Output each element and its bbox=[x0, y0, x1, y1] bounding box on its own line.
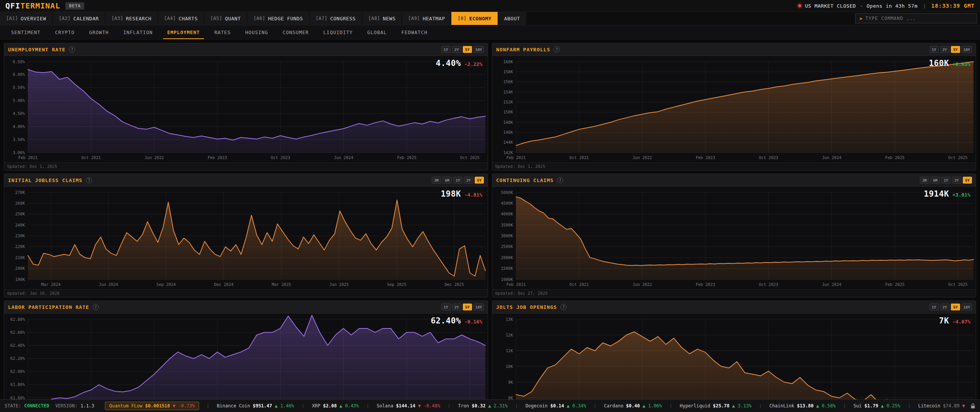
help-icon[interactable]: ? bbox=[560, 304, 567, 310]
chart-canvas-jolts-job-openings[interactable]: 13K12K11K10K9K8K bbox=[492, 314, 976, 412]
nav-item-hedge-funds[interactable]: [A6]HEDGE FUNDS bbox=[247, 12, 310, 25]
range-button-2y[interactable]: 2Y bbox=[452, 46, 461, 53]
chart-area[interactable]: 62.80%62.60%62.40%62.20%62.00%61.80%61.6… bbox=[4, 314, 488, 412]
nav-item-quant[interactable]: [A5]QUANT bbox=[204, 12, 247, 25]
range-button-5y[interactable]: 5Y bbox=[463, 304, 472, 310]
range-button-5y[interactable]: 5Y bbox=[475, 177, 484, 184]
nav-item-about[interactable]: ABOUT bbox=[498, 12, 527, 25]
subnav-tab-global[interactable]: GLOBAL bbox=[361, 25, 393, 39]
ticker-binance-coin[interactable]: Binance Coin$951.47▲ 1.46% bbox=[217, 403, 294, 409]
range-button-10y[interactable]: 10Y bbox=[962, 304, 972, 310]
state-value: CONNECTED bbox=[24, 403, 49, 409]
nav-item-overview[interactable]: [A1]OVERVIEW bbox=[0, 12, 53, 25]
range-button-5y[interactable]: 5Y bbox=[963, 177, 972, 184]
svg-text:4.50%: 4.50% bbox=[13, 111, 25, 116]
chart-canvas-continuing-claims[interactable]: 5000K4500K4000K3500K3000K2500K2000K1500K… bbox=[492, 187, 976, 289]
range-button-2y[interactable]: 2Y bbox=[452, 304, 461, 310]
nav-item-news[interactable]: [A8]NEWS bbox=[362, 12, 402, 25]
panel-updated-label: Updated: Dec 1, 2025 bbox=[4, 163, 488, 170]
svg-text:Oct 2021: Oct 2021 bbox=[570, 282, 589, 287]
range-button-6m[interactable]: 6M bbox=[443, 177, 452, 184]
range-button-1y[interactable]: 1Y bbox=[929, 304, 939, 310]
ticker-price: $13.80 bbox=[797, 403, 813, 409]
ticker-separator: | bbox=[908, 403, 910, 409]
ticker-litecoin[interactable]: Litecoin$74.89▼ bbox=[918, 403, 965, 409]
ticker-cardano[interactable]: Cardano$0.40▲ 1.06% bbox=[604, 403, 662, 409]
svg-text:5.50%: 5.50% bbox=[13, 85, 25, 90]
svg-text:Oct 2023: Oct 2023 bbox=[271, 155, 290, 160]
nav-item-heatmap[interactable]: [A9]HEATMAP bbox=[402, 12, 451, 25]
range-button-1y[interactable]: 1Y bbox=[941, 177, 951, 184]
range-button-1y[interactable]: 1Y bbox=[929, 46, 939, 53]
nav-item-research[interactable]: [A3]RESEARCH bbox=[105, 12, 158, 25]
ticker-tron[interactable]: Tron$0.32▲ 2.31% bbox=[458, 403, 508, 409]
svg-text:270K: 270K bbox=[15, 190, 25, 195]
range-button-1y[interactable]: 1Y bbox=[441, 46, 451, 53]
help-icon[interactable]: ? bbox=[86, 177, 92, 183]
range-button-2y[interactable]: 2Y bbox=[940, 46, 949, 53]
subnav-tab-housing[interactable]: HOUSING bbox=[239, 25, 275, 39]
range-button-10y[interactable]: 10Y bbox=[474, 304, 484, 310]
ticker-symbol-name: Litecoin bbox=[918, 403, 940, 409]
ticker-hyperliquid[interactable]: Hyperliquid$25.78▲ 3.13% bbox=[680, 403, 751, 409]
help-icon[interactable]: ? bbox=[93, 304, 99, 310]
ticker-solana[interactable]: Solana$144.14▼ -0.48% bbox=[377, 403, 440, 409]
subnav-tab-growth[interactable]: GROWTH bbox=[83, 25, 115, 39]
market-opens-in: Opens in 43h 57m bbox=[867, 3, 918, 9]
ticker-xrp[interactable]: XRP$2.08▲ 0.43% bbox=[312, 403, 359, 409]
range-button-3m[interactable]: 3M bbox=[920, 177, 929, 184]
command-input[interactable] bbox=[866, 16, 973, 21]
panel-title: NONFARM PAYROLLS bbox=[496, 47, 550, 53]
chart-area[interactable]: 270K260K250K240K230K220K210K200K190KMar … bbox=[4, 187, 488, 289]
lock-icon[interactable] bbox=[970, 403, 975, 409]
subnav-tab-crypto[interactable]: CRYPTO bbox=[49, 25, 81, 39]
ticker-price: $0.32 bbox=[472, 403, 485, 409]
nav-item-calendar[interactable]: [A2]CALENDAR bbox=[53, 12, 106, 25]
ticker-sui[interactable]: Sui$1.79▲ 0.25% bbox=[853, 403, 900, 409]
ticker-symbol-name: Dogecoin bbox=[526, 403, 548, 409]
subnav-tab-rates[interactable]: RATES bbox=[208, 25, 237, 39]
svg-text:154K: 154K bbox=[503, 90, 513, 94]
range-button-5y[interactable]: 5Y bbox=[951, 46, 960, 53]
svg-text:Feb 2025: Feb 2025 bbox=[885, 282, 905, 287]
nav-item-charts[interactable]: [A4]CHARTS bbox=[158, 12, 204, 25]
chart-canvas-unemployment-rate[interactable]: 6.50%6.00%5.50%5.00%4.50%4.00%3.50%3.00%… bbox=[4, 56, 488, 163]
subnav-tab-consumer[interactable]: CONSUMER bbox=[276, 25, 315, 39]
subnav-tab-fedwatch[interactable]: FEDWATCH bbox=[395, 25, 434, 39]
ticker-dogecoin[interactable]: Dogecoin$0.14▲ 0.34% bbox=[526, 403, 586, 409]
nav-item-congress[interactable]: [A7]CONGRESS bbox=[310, 12, 363, 25]
range-button-10y[interactable]: 10Y bbox=[962, 46, 972, 53]
subnav-tab-liquidity[interactable]: LIQUIDITY bbox=[317, 25, 359, 39]
range-button-2y[interactable]: 2Y bbox=[952, 177, 961, 184]
subnav: SENTIMENTCRYPTOGROWTHINFLATIONEMPLOYMENT… bbox=[0, 25, 980, 39]
nav-item-economy[interactable]: [0]ECONOMY bbox=[451, 12, 498, 25]
subnav-tab-inflation[interactable]: INFLATION bbox=[117, 25, 159, 39]
range-button-2y[interactable]: 2Y bbox=[464, 177, 473, 184]
panel-header: LABOR PARTICIPATION RATE ? 1Y2Y5Y10Y bbox=[4, 301, 488, 314]
range-button-2y[interactable]: 2Y bbox=[940, 304, 949, 310]
subnav-tab-employment[interactable]: EMPLOYMENT bbox=[161, 25, 206, 39]
range-button-10y[interactable]: 10Y bbox=[474, 46, 484, 53]
range-button-6m[interactable]: 6M bbox=[931, 177, 940, 184]
range-button-5y[interactable]: 5Y bbox=[951, 304, 960, 310]
help-icon[interactable]: ? bbox=[69, 46, 75, 53]
range-button-5y[interactable]: 5Y bbox=[463, 46, 472, 53]
command-box[interactable]: > bbox=[855, 13, 977, 23]
chart-canvas-labor-participation-rate[interactable]: 62.80%62.60%62.40%62.20%62.00%61.80%61.6… bbox=[4, 314, 488, 412]
range-button-3m[interactable]: 3M bbox=[432, 177, 441, 184]
range-button-1y[interactable]: 1Y bbox=[453, 177, 462, 184]
chart-area[interactable]: 5000K4500K4000K3500K3000K2500K2000K1500K… bbox=[492, 187, 976, 289]
chart-canvas-nonfarm-payrolls[interactable]: 160K158K156K154K152K150K148K146K144K142K… bbox=[492, 56, 976, 163]
chart-area[interactable]: 13K12K11K10K9K8K 7K -4.07% bbox=[492, 314, 976, 412]
chart-area[interactable]: 6.50%6.00%5.50%5.00%4.50%4.00%3.50%3.00%… bbox=[4, 56, 488, 163]
help-icon[interactable]: ? bbox=[557, 177, 563, 183]
subnav-tab-sentiment[interactable]: SENTIMENT bbox=[5, 25, 47, 39]
chart-area[interactable]: 160K158K156K154K152K150K148K146K144K142K… bbox=[492, 56, 976, 163]
ticker-chainlink[interactable]: ChainLink$13.80▲ 0.58% bbox=[769, 403, 836, 409]
help-icon[interactable]: ? bbox=[554, 46, 560, 53]
svg-text:Feb 2021: Feb 2021 bbox=[506, 282, 526, 287]
range-button-1y[interactable]: 1Y bbox=[441, 304, 451, 310]
ticker-quantum-flow[interactable]: Quantum FLow$0.001518▼ -0.73% bbox=[105, 402, 199, 410]
ticker-change: ▲ 0.43% bbox=[340, 403, 359, 409]
chart-canvas-initial-jobless-claims[interactable]: 270K260K250K240K230K220K210K200K190KMar … bbox=[4, 187, 488, 289]
